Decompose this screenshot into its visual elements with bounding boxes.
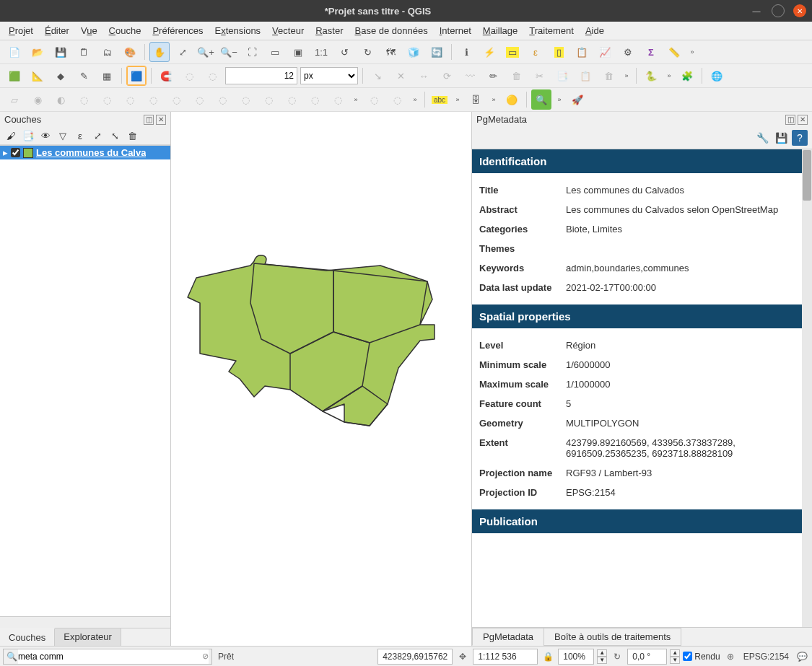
minimize-button[interactable] (750, 4, 763, 17)
attribute-table-button[interactable]: 📋 (572, 42, 592, 62)
style-manager-button[interactable]: 🎨 (120, 42, 140, 62)
database-button[interactable]: 🗄 (466, 89, 486, 110)
tab-processing-toolbox[interactable]: Boîte à outils de traitements (543, 628, 681, 646)
add-group-button[interactable]: 📑 (22, 129, 35, 142)
new-project-button[interactable]: 📄 (4, 42, 25, 62)
toggle-editing-button[interactable]: 🟦 (126, 66, 147, 86)
rotation-field[interactable]: 0,0 ° (627, 649, 667, 665)
identify-button[interactable]: ℹ (456, 42, 476, 62)
tab-couches[interactable]: Couches (0, 628, 55, 646)
new-virtual-button[interactable]: ▦ (97, 66, 117, 86)
layout-manager-button[interactable]: 🗂 (97, 42, 117, 62)
scale-field[interactable]: 1:112 536 (473, 649, 538, 665)
new-scratch-button[interactable]: ✎ (74, 66, 94, 86)
processing-button[interactable]: 🟡 (502, 89, 522, 110)
pg-settings-button[interactable]: 🔧 (754, 130, 770, 146)
coordinates-field[interactable]: 423829,6915762 (377, 649, 453, 665)
maximize-button[interactable] (772, 4, 785, 17)
label-overflow-icon[interactable]: » (453, 89, 463, 110)
extents-icon[interactable]: ✥ (455, 649, 470, 664)
web-button[interactable]: 🌐 (707, 66, 727, 86)
zoom-native-button[interactable]: 1:1 (311, 42, 331, 62)
zoom-layer-button[interactable]: ▣ (288, 42, 308, 62)
toolbar-adv-overflow-2-icon[interactable]: » (410, 89, 420, 110)
style-dock-button[interactable]: 🖌 (4, 129, 17, 142)
filter-button[interactable]: ▽ (56, 129, 69, 142)
magnifier-field[interactable]: 100% (558, 649, 594, 665)
collapse-button[interactable]: ⤡ (108, 129, 121, 142)
refresh-button[interactable]: 🔄 (427, 42, 447, 62)
pg-undock-button[interactable]: ◫ (785, 115, 795, 125)
remove-layer-button[interactable]: 🗑 (126, 129, 139, 142)
processing-toolbox-button[interactable]: ⚙ (618, 42, 638, 62)
zoom-next-button[interactable]: ↻ (357, 42, 377, 62)
menu-raster[interactable]: Raster (310, 23, 349, 38)
toolbar-edit-overflow-icon[interactable]: » (621, 66, 632, 86)
pan-to-selection-button[interactable]: ⤢ (173, 42, 193, 62)
new-map-view-button[interactable]: 🗺 (380, 42, 401, 62)
label-button[interactable]: abc (429, 89, 450, 110)
crs-label[interactable]: EPSG:2154 (741, 652, 792, 662)
pg-content[interactable]: Identification TitleLes communes du Calv… (472, 149, 812, 627)
ext-overflow-icon[interactable]: » (554, 89, 564, 110)
expand-button[interactable]: ⤢ (91, 129, 104, 142)
new-shapefile-button[interactable]: 📐 (27, 66, 48, 86)
magnifier-spin[interactable]: ▲▼ (597, 649, 607, 664)
python-overflow-icon[interactable]: » (664, 66, 674, 86)
menu-vue[interactable]: Vue (75, 23, 103, 38)
close-panel-button[interactable]: ✕ (156, 115, 166, 125)
open-project-button[interactable]: 📂 (27, 42, 48, 62)
zoom-in-button[interactable]: 🔍+ (196, 42, 216, 62)
layer-row[interactable]: ▸ Les communes du Calva (0, 146, 170, 159)
map-canvas[interactable] (171, 112, 471, 646)
new-3d-view-button[interactable]: 🧊 (403, 42, 424, 62)
menu-couche[interactable]: Couche (103, 23, 147, 38)
undock-button[interactable]: ◫ (144, 115, 154, 125)
field-calc-button[interactable]: 📈 (595, 42, 615, 62)
clear-search-icon[interactable]: ⊘ (202, 652, 209, 661)
rocket-button[interactable]: 🚀 (567, 89, 588, 110)
pan-button[interactable]: ✋ (149, 42, 170, 62)
menu-vecteur[interactable]: Vecteur (266, 23, 310, 38)
extension-green-button[interactable]: 🔍 (531, 89, 551, 110)
menu-aide[interactable]: Aide (580, 23, 610, 38)
new-geopackage-button[interactable]: ◆ (51, 66, 71, 86)
rotation-spin[interactable]: ▲▼ (670, 649, 680, 664)
python-console-button[interactable]: 🐍 (641, 66, 661, 86)
layers-scrollbar[interactable] (0, 616, 170, 628)
crs-icon[interactable]: ⊕ (723, 649, 738, 664)
layer-tree[interactable]: ▸ Les communes du Calva (0, 145, 170, 616)
zoom-selection-button[interactable]: ▭ (265, 42, 285, 62)
visibility-button[interactable]: 👁 (39, 129, 52, 142)
tab-pgmetadata[interactable]: PgMetadata (472, 628, 544, 646)
menu-bdd[interactable]: Base de données (349, 23, 434, 38)
plugin-button[interactable]: 🧩 (677, 66, 697, 86)
database-overflow-icon[interactable]: » (489, 89, 499, 110)
edit-pencil-button[interactable]: ✏ (483, 66, 503, 86)
select-by-value-button[interactable]: ε (525, 42, 546, 62)
menu-projet[interactable]: Projet (3, 23, 39, 38)
select-button[interactable]: ▭ (502, 42, 523, 62)
deselect-button[interactable]: ▯ (549, 42, 569, 62)
menu-internet[interactable]: Internet (434, 23, 477, 38)
expression-button[interactable]: ε (74, 129, 87, 142)
menu-preferences[interactable]: Préférences (147, 23, 209, 38)
zoom-full-button[interactable]: ⛶ (242, 42, 262, 62)
lock-scale-icon[interactable]: 🔒 (541, 649, 555, 664)
menu-extensions[interactable]: Extensions (209, 23, 267, 38)
zoom-last-button[interactable]: ↺ (334, 42, 354, 62)
menu-traitement[interactable]: Traitement (523, 23, 580, 38)
statistics-button[interactable]: Σ (641, 42, 661, 62)
measure-button[interactable]: 📏 (664, 42, 684, 62)
tab-explorateur[interactable]: Explorateur (55, 628, 121, 646)
snapping-button[interactable]: 🧲 (156, 66, 176, 86)
locator-input[interactable] (18, 649, 209, 664)
pg-close-button[interactable]: ✕ (798, 115, 808, 125)
menu-maillage[interactable]: Maillage (477, 23, 523, 38)
font-size-input[interactable] (225, 67, 297, 84)
add-vector-layer-button[interactable]: 🟩 (4, 66, 25, 86)
menu-editer[interactable]: Éditer (39, 23, 75, 38)
font-unit-select[interactable]: px (300, 67, 358, 84)
pg-scrollbar[interactable] (802, 149, 812, 627)
rotation-icon[interactable]: ↻ (610, 649, 624, 664)
